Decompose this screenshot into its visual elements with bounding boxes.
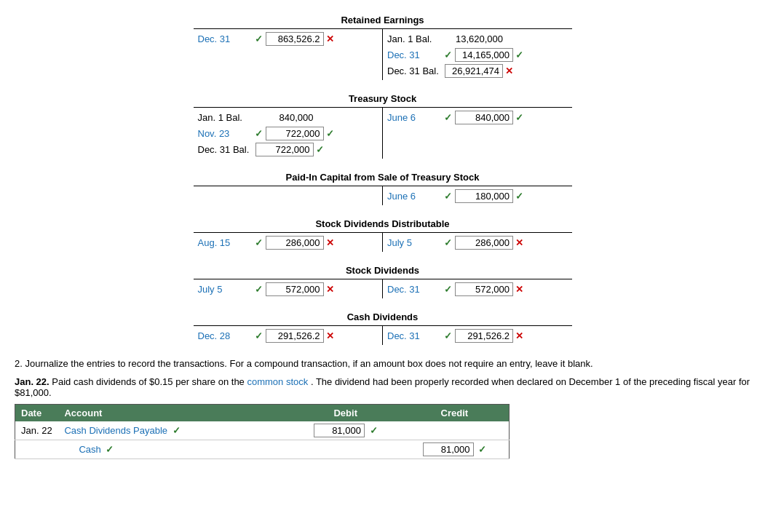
journal-debit-1: 81,000 ✓ — [291, 421, 400, 440]
t-row: Dec. 31 Bal. 722,000 ✓ — [198, 141, 378, 157]
x-dec31-re: ✕ — [326, 33, 334, 44]
section-title-sdd: Stock Dividends Distributable — [15, 218, 750, 229]
section-title-treasury: Treasury Stock — [15, 93, 750, 104]
check-credit-2: ✓ — [478, 444, 486, 455]
t-row: July 5 ✓ 572,000 ✕ — [198, 281, 378, 297]
journal-date-2 — [15, 440, 59, 459]
t-right-treasury: June 6 ✓ 840,000 ✓ — [383, 108, 572, 159]
t-right-sdd: July 5 ✓ 286,000 ✕ — [383, 233, 572, 252]
check-nov23-ts: ✓ — [255, 128, 263, 139]
section-title-retained-earnings: Retained Earnings — [15, 15, 750, 25]
label-dec28-cd[interactable]: Dec. 28 — [198, 330, 253, 341]
label-june6-pic[interactable]: June 6 — [387, 191, 442, 202]
t-row: Dec. 31 ✓ 291,526.2 ✕ — [387, 327, 568, 344]
jan22-link1[interactable]: common stock — [247, 376, 308, 387]
label-dec31bal-ts: Dec. 31 Bal. — [198, 144, 253, 155]
x-dec28-cd: ✕ — [326, 330, 334, 341]
journal-credit-2: 81,000 ✓ — [400, 440, 510, 459]
account-name-1[interactable]: Cash Dividends Payable — [64, 425, 167, 436]
jan22-instruction: Jan. 22. Paid cash dividends of $0.15 pe… — [15, 376, 750, 398]
t-left-retained-earnings: Dec. 31 ✓ 863,526.2 ✕ — [194, 29, 384, 80]
x-july5-sdd: ✕ — [515, 237, 523, 248]
label-aug15-sdd[interactable]: Aug. 15 — [198, 237, 253, 248]
value-nov23-ts: 722,000 — [266, 127, 324, 140]
t-left-cd: Dec. 28 ✓ 291,526.2 ✕ — [194, 326, 384, 345]
label-july5-sd[interactable]: July 5 — [198, 284, 253, 295]
check-dec31bal-ts: ✓ — [316, 144, 324, 155]
t-left-paidincap — [194, 186, 384, 205]
section-title-sd: Stock Dividends — [15, 265, 750, 276]
t-left-sdd: Aug. 15 ✓ 286,000 ✕ — [194, 233, 384, 252]
label-dec31-re[interactable]: Dec. 31 — [198, 33, 253, 44]
label-dec31-sd[interactable]: Dec. 31 — [387, 284, 442, 295]
t-left-sd: July 5 ✓ 572,000 ✕ — [194, 279, 384, 298]
check-aug15-sdd: ✓ — [255, 237, 263, 248]
label-nov23-ts[interactable]: Nov. 23 — [198, 128, 253, 139]
t-row: Nov. 23 ✓ 722,000 ✓ — [198, 125, 378, 141]
t-row: Jan. 1 Bal. 13,620,000 — [387, 31, 568, 47]
journal-account-2: Cash ✓ — [58, 440, 290, 459]
label-dec31bal-re: Dec. 31 Bal. — [387, 65, 442, 76]
value-dec31-cd: 291,526.2 — [455, 329, 513, 343]
journal-header-row: Date Account Debit Credit — [15, 405, 510, 422]
check-dec31-sd: ✓ — [444, 284, 452, 295]
t-account-sdd: Aug. 15 ✓ 286,000 ✕ July 5 ✓ 286,000 ✕ — [194, 232, 572, 252]
t-row: Aug. 15 ✓ 286,000 ✕ — [198, 234, 378, 250]
check-june6-ts2: ✓ — [515, 112, 523, 123]
instruction1: 2. Journalize the entries to record the … — [15, 358, 750, 369]
t-row: Dec. 31 ✓ 14,165,000 ✓ — [387, 47, 568, 63]
x-dec31-cd: ✕ — [515, 330, 523, 341]
check-june6-pic2: ✓ — [515, 191, 523, 202]
section-title-cd: Cash Dividends — [15, 311, 750, 322]
value-july5-sdd: 286,000 — [455, 236, 513, 250]
t-right-sd: Dec. 31 ✓ 572,000 ✕ — [383, 279, 572, 298]
value-aug15-sdd: 286,000 — [266, 236, 324, 250]
t-row: June 6 ✓ 840,000 ✓ — [387, 109, 568, 125]
check-account-1: ✓ — [173, 425, 181, 436]
journal-debit-2 — [291, 440, 400, 459]
section-title-paidincap: Paid-In Capital from Sale of Treasury St… — [15, 172, 750, 183]
journal-credit-1 — [400, 421, 510, 440]
check-dec31b-re2: ✓ — [515, 49, 523, 60]
t-account-treasury: Jan. 1 Bal. 840,000 Nov. 23 ✓ 722,000 ✓ … — [194, 107, 572, 159]
check-july5-sdd: ✓ — [444, 237, 452, 248]
debit-value-1: 81,000 — [314, 424, 365, 437]
check-debit-1: ✓ — [370, 425, 378, 436]
value-dec31-re: 863,526.2 — [266, 32, 324, 46]
th-debit: Debit — [291, 405, 400, 422]
t-right-cd: Dec. 31 ✓ 291,526.2 ✕ — [383, 326, 572, 345]
th-date: Date — [15, 405, 59, 422]
value-jan1-re: 13,620,000 — [445, 33, 503, 44]
label-dec31-cd[interactable]: Dec. 31 — [387, 330, 442, 341]
label-june6-ts[interactable]: June 6 — [387, 112, 442, 123]
check-nov23-ts2: ✓ — [326, 128, 334, 139]
jan22-text1: Paid cash dividends of $0.15 per share o… — [52, 376, 247, 387]
x-aug15-sdd: ✕ — [326, 237, 334, 248]
check-dec31b-re: ✓ — [444, 49, 452, 60]
label-dec31b-re[interactable]: Dec. 31 — [387, 49, 442, 60]
journal-table: Date Account Debit Credit Jan. 22 Cash D… — [15, 404, 510, 459]
check-dec31-cd: ✓ — [444, 330, 452, 341]
check-dec31-re: ✓ — [255, 33, 263, 44]
label-july5-sdd[interactable]: July 5 — [387, 237, 442, 248]
x-dec31bal-re: ✕ — [505, 65, 513, 76]
value-dec31b-re: 14,165,000 — [455, 48, 513, 62]
value-dec31bal-ts: 722,000 — [255, 143, 314, 156]
t-row: June 6 ✓ 180,000 ✓ — [387, 188, 568, 204]
check-account-2: ✓ — [106, 444, 114, 455]
account-name-2[interactable]: Cash — [64, 444, 100, 455]
value-jan1-ts: 840,000 — [255, 112, 314, 123]
journal-date-1: Jan. 22 — [15, 421, 59, 440]
value-dec28-cd: 291,526.2 — [266, 329, 324, 343]
check-july5-sd: ✓ — [255, 284, 263, 295]
value-june6-ts: 840,000 — [455, 111, 513, 124]
th-credit: Credit — [400, 405, 510, 422]
check-june6-pic: ✓ — [444, 191, 452, 202]
t-right-retained-earnings: Jan. 1 Bal. 13,620,000 Dec. 31 ✓ 14,165,… — [383, 29, 572, 80]
t-account-sd: July 5 ✓ 572,000 ✕ Dec. 31 ✓ 572,000 ✕ — [194, 279, 572, 298]
credit-value-2: 81,000 — [423, 442, 474, 456]
t-row: Dec. 31 ✓ 863,526.2 ✕ — [198, 31, 378, 47]
value-dec31bal-re: 26,921,474 — [445, 64, 503, 78]
value-june6-pic: 180,000 — [455, 189, 513, 203]
t-left-treasury: Jan. 1 Bal. 840,000 Nov. 23 ✓ 722,000 ✓ … — [194, 108, 384, 159]
